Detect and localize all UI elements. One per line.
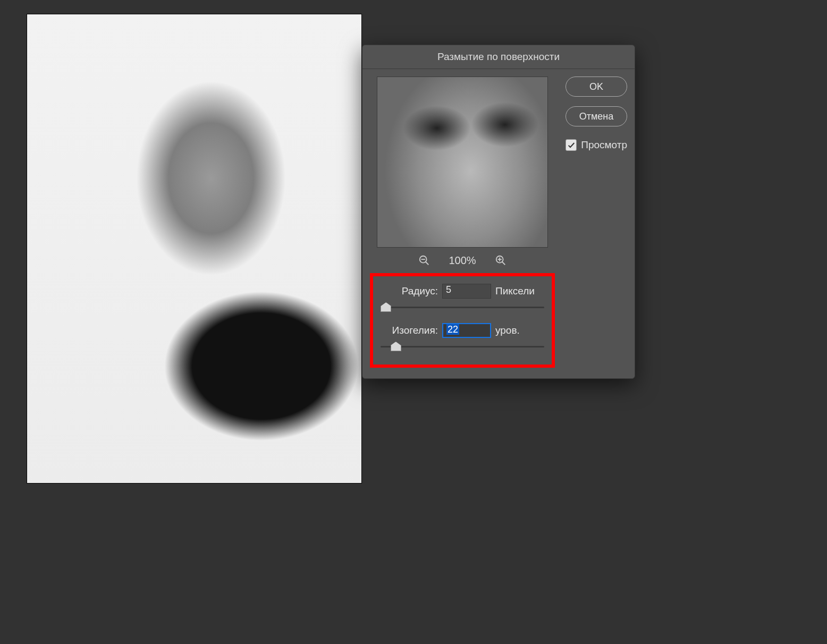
- zoom-in-icon[interactable]: [493, 253, 508, 268]
- radius-input[interactable]: 5: [442, 284, 491, 299]
- cancel-button[interactable]: Отмена: [566, 106, 627, 126]
- radius-slider[interactable]: [381, 302, 544, 312]
- threshold-slider[interactable]: [381, 341, 544, 352]
- svg-line-1: [426, 262, 429, 265]
- preview-checkbox-label: Просмотр: [581, 139, 627, 151]
- ok-button[interactable]: OK: [566, 77, 627, 97]
- radius-units: Пиксели: [495, 285, 538, 297]
- threshold-units: уров.: [495, 325, 538, 336]
- dialog-title: Размытие по поверхности: [362, 45, 635, 69]
- svg-line-4: [502, 262, 505, 265]
- preview-checkbox[interactable]: [566, 139, 577, 151]
- zoom-level: 100%: [446, 255, 478, 267]
- preview-image[interactable]: [377, 77, 548, 248]
- highlighted-controls: Радиус: 5 Пиксели Изогелия: 22 уров.: [370, 273, 555, 368]
- surface-blur-dialog: Размытие по поверхности 100% Радиус: 5 П…: [362, 45, 635, 379]
- radius-label: Радиус:: [387, 285, 438, 297]
- zoom-out-icon[interactable]: [417, 253, 432, 268]
- threshold-input[interactable]: 22: [442, 323, 491, 338]
- threshold-label: Изогелия:: [387, 325, 438, 336]
- document-canvas-image: [27, 14, 362, 484]
